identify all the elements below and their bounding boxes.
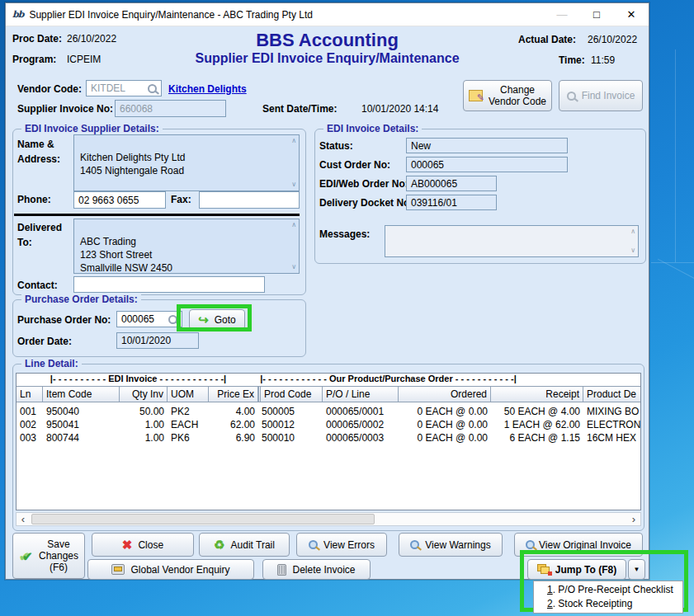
vendor-search-icon[interactable]	[148, 84, 157, 93]
cell-ln: 002	[17, 418, 43, 431]
po-search-icon[interactable]	[168, 315, 177, 324]
check-icon: ✔✔	[19, 549, 35, 562]
vendor-code-field[interactable]: KITDEL	[86, 80, 162, 96]
messages-label: Messages:	[319, 228, 370, 240]
band-our-product: |- - - - - - - - - - - - Our Product/Pur…	[238, 374, 539, 383]
maximize-button[interactable]: □	[579, 3, 614, 26]
close-button[interactable]: ✕	[614, 3, 649, 26]
delivery-docket-field[interactable]: 039116/01	[406, 195, 497, 210]
scroll-down-icon[interactable]: ∨	[291, 264, 296, 270]
trash-icon	[277, 564, 286, 576]
cust-order-field[interactable]: 000065	[406, 157, 568, 172]
scroll-left-icon[interactable]: ‹	[17, 513, 30, 525]
jump-to-dropdown-button[interactable]: ▼	[628, 559, 645, 580]
scroll-down-icon[interactable]: ∨	[291, 181, 296, 188]
goto-button[interactable]: ↪ Goto	[189, 309, 245, 330]
scroll-up-icon[interactable]: ∧	[291, 138, 296, 144]
table-row[interactable]: 002 950041 1.00 EACH 62.00 500012 000065…	[17, 418, 640, 431]
change-vendor-code-button[interactable]: ✎ Change Vendor Code	[463, 80, 552, 111]
cell-product-desc: MIXING BO	[583, 405, 640, 418]
scroll-down-icon[interactable]: ∨	[630, 247, 635, 254]
col-uom[interactable]: UOM	[168, 387, 209, 402]
close-invoice-button[interactable]: ✖ Close	[92, 533, 194, 557]
view-warnings-button[interactable]: View Warnings	[399, 533, 503, 557]
menu-item-stock-receipting[interactable]: 2. Stock Receipting	[534, 597, 682, 611]
edit-note-icon: ✎	[469, 90, 483, 101]
status-field[interactable]: New	[406, 138, 568, 153]
scroll-up-icon[interactable]: ∧	[630, 228, 635, 235]
cell-item-code: 950040	[43, 405, 120, 418]
col-prod-code[interactable]: Prod Code	[258, 387, 323, 402]
app-window: bb Supplier EDI Invoice Enquiry/Maintena…	[5, 2, 649, 580]
global-vendor-enquiry-button[interactable]: Global Vendor Enquiry	[87, 559, 254, 580]
menu-item-po-pre-receipt-checklist[interactable]: 1. P/O Pre-Receipt Checklist	[534, 583, 682, 597]
cell-qty-inv: 1.00	[120, 418, 168, 431]
supplier-invoice-value: 660068	[120, 103, 153, 115]
screen-title: Supplier EDI Invoice Enquiry/Maintenance	[6, 51, 649, 66]
contact-field[interactable]	[73, 276, 265, 293]
cell-price-ex: 6.90	[209, 431, 258, 444]
phone-label: Phone:	[17, 194, 51, 205]
goto-arrow-icon: ↪	[198, 313, 209, 327]
table-row[interactable]: 001 950040 50.00 PK2 4.00 500005 000065/…	[17, 405, 640, 418]
cell-uom: PK2	[168, 405, 209, 418]
view-errors-button[interactable]: View Errors	[296, 533, 387, 557]
cell-qty-inv: 50.00	[120, 405, 168, 418]
cell-receipt: 1 EACH @ 62.00	[491, 418, 583, 431]
status-label: Status:	[319, 140, 353, 152]
view-warnings-label: View Warnings	[425, 539, 490, 551]
name-address-box[interactable]: Kitchen Delights Pty Ltd 1405 Nightengal…	[73, 134, 300, 191]
supplier-invoice-field[interactable]: 660068	[115, 100, 226, 117]
phone-field[interactable]: 02 9663 0655	[73, 191, 166, 209]
sent-datetime-value: 10/01/2020 14:14	[361, 103, 438, 115]
edi-web-order-value: AB000065	[411, 178, 457, 190]
col-product-desc[interactable]: Product De	[583, 387, 640, 402]
scroll-up-icon[interactable]: ∧	[291, 222, 296, 228]
cell-item-code: 950041	[43, 418, 120, 431]
col-price-ex[interactable]: Price Ex	[209, 387, 258, 402]
sent-datetime-label: Sent Date/Time:	[262, 103, 337, 115]
cell-ordered: 0 EACH @ 0.00	[399, 418, 491, 431]
po-number-field[interactable]: 000065	[116, 311, 182, 327]
save-changes-button[interactable]: ✔✔ Save Changes (F6)	[12, 533, 85, 579]
jump-to-label: Jump To (F8)	[555, 564, 616, 576]
wallpaper-line-horizontal	[651, 262, 694, 263]
delete-invoice-button[interactable]: Delete Invoice	[262, 559, 371, 580]
fax-field[interactable]	[199, 191, 300, 209]
cell-uom: PK6	[168, 431, 209, 444]
edi-web-order-field[interactable]: AB000065	[406, 176, 497, 191]
cell-product-desc: 16CM HEX	[583, 431, 640, 444]
section-divider	[14, 214, 300, 216]
delivered-to-box[interactable]: ABC Trading 123 Short Street Smallville …	[73, 219, 300, 274]
messages-box[interactable]: ∧ ∨	[385, 225, 639, 257]
vendor-code-value: KITDEL	[91, 82, 125, 94]
col-po-line[interactable]: P/O / Line	[323, 387, 399, 402]
find-invoice-button[interactable]: Find Invoice	[559, 80, 643, 111]
cell-po-line: 000065/0003	[323, 431, 399, 444]
change-vendor-code-label: Change Vendor Code	[489, 84, 546, 107]
table-row[interactable]: 003 800744 1.00 PK6 6.90 500010 000065/0…	[17, 431, 640, 444]
cust-order-label: Cust Order No:	[319, 159, 390, 171]
scrollbar-thumb[interactable]	[31, 514, 375, 524]
col-qty-inv[interactable]: Qty Inv	[120, 387, 168, 402]
cell-prod-code: 500010	[258, 431, 323, 444]
view-original-invoice-button[interactable]: View Original Invoice	[514, 533, 643, 557]
col-receipt[interactable]: Receipt	[491, 387, 583, 402]
delivered-to-label: Delivered To:	[17, 220, 62, 250]
edi-web-order-label: EDI/Web Order No:	[319, 178, 408, 190]
purchase-order-title: Purchase Order Details:	[21, 294, 141, 305]
col-ln[interactable]: Ln	[17, 387, 43, 402]
vendor-name-link[interactable]: Kitchen Delights	[168, 83, 247, 95]
folders-icon	[537, 564, 551, 575]
cell-ln: 003	[17, 431, 43, 444]
horizontal-scrollbar[interactable]: ‹ ›	[16, 512, 641, 526]
col-ordered[interactable]: Ordered	[399, 387, 491, 402]
jump-to-button[interactable]: Jump To (F8)	[527, 559, 626, 580]
minimize-button[interactable]: —	[545, 3, 579, 26]
col-item-code[interactable]: Item Code	[43, 387, 120, 402]
chevron-down-icon: ▼	[634, 566, 640, 573]
actual-date-value: 26/10/2022	[588, 34, 637, 45]
scroll-right-icon[interactable]: ›	[627, 513, 640, 525]
audit-trail-button[interactable]: ♻ Audit Trail	[199, 533, 290, 557]
order-date-field[interactable]: 10/01/2020	[116, 332, 199, 349]
